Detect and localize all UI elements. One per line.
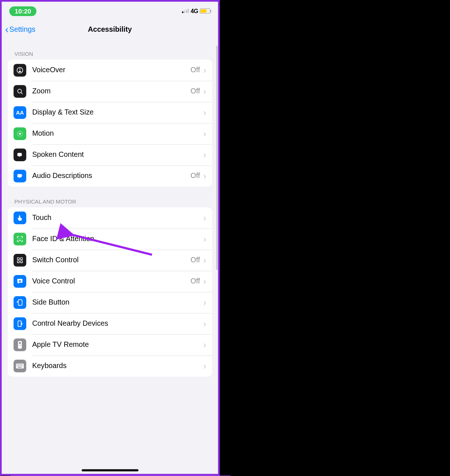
row-label: Motion [32, 129, 201, 138]
row-voice-control[interactable]: Voice Control Off › [8, 271, 212, 292]
row-label: Audio Descriptions [32, 172, 191, 180]
svg-rect-12 [20, 258, 22, 259]
touch-icon [14, 212, 26, 224]
row-value: Off [191, 256, 200, 264]
group-motor: Touch › Face ID & Attention › Switch Con… [8, 207, 212, 376]
audio-descriptions-icon [14, 170, 26, 182]
chevron-left-icon: ‹ [5, 24, 8, 35]
time-pill[interactable]: 10:20 [9, 6, 37, 16]
svg-rect-23 [17, 364, 18, 365]
svg-point-15 [19, 280, 20, 281]
chevron-right-icon: › [203, 151, 206, 159]
row-side-button[interactable]: Side Button › [8, 292, 212, 313]
svg-rect-13 [18, 261, 19, 263]
network-label: 4G [191, 8, 198, 15]
chevron-right-icon: › [203, 256, 206, 264]
chevron-right-icon: › [203, 298, 206, 307]
svg-rect-28 [22, 364, 23, 365]
row-apple-tv-remote[interactable]: Apple TV Remote › [8, 334, 212, 355]
chevron-right-icon: › [203, 320, 206, 328]
svg-point-21 [20, 345, 21, 345]
row-motion[interactable]: Motion › [8, 123, 212, 144]
svg-point-10 [20, 238, 21, 239]
svg-point-1 [19, 68, 20, 69]
row-label: Voice Control [32, 277, 191, 286]
chevron-right-icon: › [203, 87, 206, 96]
row-spoken-content[interactable]: Spoken Content › [8, 144, 212, 166]
status-right: 4G ⚡ [182, 8, 211, 15]
row-label: Zoom [32, 87, 191, 96]
keyboards-icon [14, 360, 26, 372]
row-label: Face ID & Attention [32, 235, 201, 243]
chevron-right-icon: › [203, 66, 206, 74]
row-touch[interactable]: Touch › [8, 207, 212, 228]
zoom-icon [14, 85, 26, 98]
battery-icon: ⚡ [200, 8, 211, 13]
svg-rect-31 [19, 365, 20, 366]
row-label: Spoken Content [32, 151, 201, 159]
row-keyboards[interactable]: Keyboards › [8, 355, 212, 376]
row-value: Off [191, 66, 200, 74]
row-label: VoiceOver [32, 66, 191, 74]
row-value: Off [191, 277, 200, 286]
svg-point-2 [18, 89, 21, 93]
group-vision: VoiceOver Off › Zoom Off › AA Display & … [8, 60, 212, 187]
svg-rect-32 [20, 365, 21, 366]
back-label: Settings [9, 25, 35, 34]
row-voiceover[interactable]: VoiceOver Off › [8, 60, 212, 81]
apple-tv-remote-icon [14, 338, 26, 351]
row-label: Switch Control [32, 256, 191, 264]
svg-rect-5 [18, 153, 22, 156]
motion-icon [14, 127, 26, 140]
svg-rect-17 [18, 321, 21, 327]
row-label: Touch [32, 214, 201, 222]
spoken-content-icon [14, 148, 26, 161]
svg-rect-34 [22, 365, 23, 366]
voice-control-icon [14, 275, 26, 288]
row-label: Keyboards [32, 362, 201, 370]
chevron-right-icon: › [203, 214, 206, 222]
row-nearby-devices[interactable]: Control Nearby Devices › [8, 313, 212, 334]
row-face-id-attention[interactable]: Face ID & Attention › [8, 228, 212, 249]
svg-point-7 [21, 175, 22, 175]
svg-rect-24 [18, 364, 19, 365]
chevron-right-icon: › [203, 108, 206, 117]
chevron-right-icon: › [203, 362, 206, 370]
voiceover-icon [14, 64, 26, 77]
back-button[interactable]: ‹ Settings [2, 24, 35, 35]
content-area[interactable]: VISION VoiceOver Off › Zoom Off › AA Dis… [2, 39, 218, 472]
chevron-right-icon: › [203, 129, 206, 138]
row-switch-control[interactable]: Switch Control Off › [8, 249, 212, 271]
row-label: Side Button [32, 298, 201, 307]
svg-rect-26 [20, 364, 21, 365]
row-value: Off [191, 87, 200, 96]
row-label: Display & Text Size [32, 108, 201, 117]
chevron-right-icon: › [203, 277, 206, 286]
row-label: Apple TV Remote [32, 341, 201, 349]
svg-point-8 [22, 175, 23, 175]
svg-point-19 [19, 342, 21, 344]
svg-point-9 [19, 238, 19, 239]
svg-rect-14 [20, 261, 22, 263]
svg-rect-11 [18, 258, 19, 259]
nearby-devices-icon [14, 317, 26, 330]
svg-rect-25 [19, 364, 20, 365]
svg-rect-29 [17, 365, 18, 366]
section-header-motor: PHYSICAL AND MOTOR [8, 187, 212, 208]
row-audio-descriptions[interactable]: Audio Descriptions Off › [8, 166, 212, 187]
row-zoom[interactable]: Zoom Off › [8, 81, 212, 102]
signal-icon [182, 9, 189, 13]
status-bar: 10:20 4G ⚡ [2, 2, 218, 20]
side-button-icon [14, 296, 26, 309]
text-size-icon: AA [14, 106, 26, 119]
navbar: ‹ Settings Accessibility [2, 20, 218, 39]
row-label: Control Nearby Devices [32, 320, 201, 328]
svg-rect-30 [18, 365, 19, 366]
face-id-icon [14, 233, 26, 245]
row-display-text-size[interactable]: AA Display & Text Size › [8, 102, 212, 123]
home-indicator[interactable] [81, 469, 138, 471]
svg-rect-27 [21, 364, 22, 365]
svg-point-0 [17, 67, 23, 73]
svg-rect-16 [18, 300, 22, 306]
chevron-right-icon: › [203, 235, 206, 243]
